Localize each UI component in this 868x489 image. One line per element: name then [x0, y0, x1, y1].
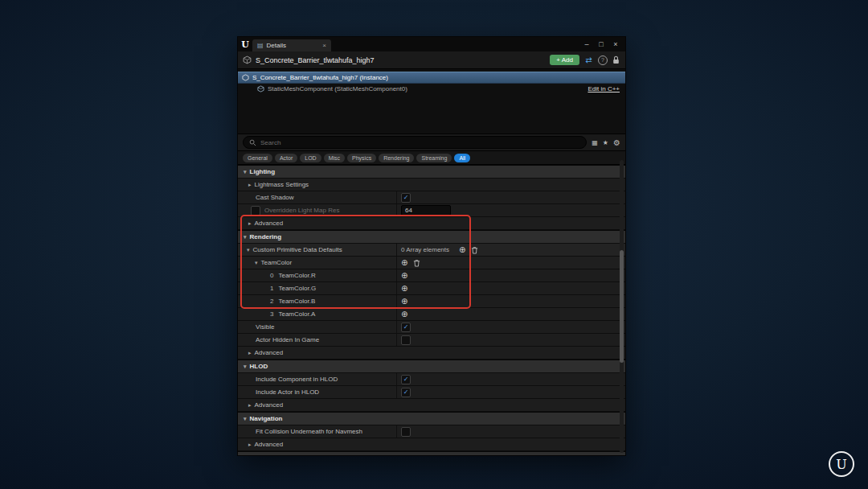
window-controls: – □ ×	[579, 37, 623, 51]
override-checkbox[interactable]	[251, 206, 260, 216]
filter-misc[interactable]: Misc	[324, 154, 345, 162]
delete-icon[interactable]	[471, 246, 478, 254]
actor-cube-icon	[242, 74, 249, 81]
property-name: ▾ TeamColor	[238, 257, 397, 269]
chevron-right-icon: ▸	[238, 350, 252, 356]
sync-browser-icon[interactable]: ⇄	[583, 55, 594, 64]
section-lighting[interactable]: ▾ Lighting	[238, 165, 625, 179]
property-name: 0 TeamColor.R	[238, 269, 397, 281]
property-label: Actor Hidden In Game	[238, 336, 319, 343]
visible-checkbox[interactable]: ✓	[401, 323, 411, 332]
property-label: TeamColor.A	[278, 310, 315, 318]
tree-item-staticmesh-component[interactable]: StaticMeshComponent (StaticMeshComponent…	[238, 84, 625, 94]
tab-close-icon[interactable]: ×	[322, 42, 326, 49]
row-teamcolor: ▾ TeamColor ⊕	[238, 257, 625, 269]
row-include-actor-in-hlod: Include Actor in HLOD ✓	[238, 386, 625, 399]
row-lightmass-settings[interactable]: ▸ Lightmass Settings	[238, 179, 625, 191]
filter-streaming[interactable]: Streaming	[416, 154, 452, 162]
add-pin-icon[interactable]: ⊕	[401, 298, 407, 306]
fit-collision-checkbox[interactable]	[401, 427, 411, 437]
property-value: ⊕	[397, 285, 625, 293]
check-icon: ✓	[403, 195, 409, 201]
row-teamcolor-b: 2 TeamColor.B ⊕	[238, 295, 625, 308]
property-value: ⊕	[397, 310, 625, 318]
edit-in-cpp-link[interactable]: Edit in C++	[588, 85, 621, 92]
row-include-component-in-hlod: Include Component in HLOD ✓	[238, 373, 625, 386]
lock-icon[interactable]	[612, 55, 620, 64]
filter-general[interactable]: General	[243, 154, 272, 162]
actor-hidden-checkbox[interactable]	[401, 335, 411, 345]
favorites-star-icon[interactable]: ★	[603, 139, 608, 146]
property-label: TeamColor.G	[278, 285, 316, 292]
search-input[interactable]: Search	[243, 136, 587, 149]
property-list: ▾ Lighting ▸ Lightmass Settings Cast Sha…	[238, 165, 625, 455]
details-tab[interactable]: ▤ Details ×	[252, 39, 331, 51]
scrollbar-thumb[interactable]	[620, 250, 624, 363]
minimize-button[interactable]: –	[579, 37, 594, 51]
section-navigation[interactable]: ▾ Navigation	[238, 412, 625, 425]
filter-actor[interactable]: Actor	[275, 154, 297, 162]
chevron-down-icon[interactable]: ▾	[238, 247, 250, 253]
add-element-icon[interactable]: ⊕	[401, 259, 407, 267]
settings-gear-icon[interactable]: ⚙	[613, 138, 620, 147]
add-pin-icon[interactable]: ⊕	[401, 310, 407, 318]
add-element-icon[interactable]: ⊕	[459, 246, 465, 254]
row-advanced-hlod[interactable]: ▸ Advanced	[238, 399, 625, 412]
row-advanced-lighting[interactable]: ▸ Advanced	[238, 217, 625, 230]
property-value: ⊕	[397, 259, 625, 267]
cast-shadow-checkbox[interactable]: ✓	[401, 193, 411, 203]
property-name: Include Actor in HLOD	[238, 386, 397, 398]
filter-lod[interactable]: LOD	[300, 154, 321, 162]
section-label: Navigation	[250, 415, 283, 422]
filter-all[interactable]: All	[454, 154, 470, 162]
delete-icon[interactable]	[413, 259, 420, 267]
filter-rendering[interactable]: Rendering	[379, 154, 414, 162]
row-advanced-navigation[interactable]: ▸ Advanced	[238, 438, 625, 451]
close-button[interactable]: ×	[608, 37, 623, 51]
property-label: Cast Shadow	[238, 194, 294, 201]
section-rendering[interactable]: ▾ Rendering	[238, 230, 625, 244]
array-index: 3	[238, 310, 273, 318]
include-actor-checkbox[interactable]: ✓	[401, 388, 411, 397]
row-teamcolor-r: 0 TeamColor.R ⊕	[238, 269, 625, 282]
row-overridden-light-map-res: Overridden Light Map Res 64	[238, 204, 625, 217]
section-label: HLOD	[250, 363, 268, 370]
maximize-button[interactable]: □	[594, 37, 608, 51]
property-label: Include Actor in HLOD	[238, 388, 319, 396]
chevron-right-icon: ▸	[238, 402, 252, 409]
section-hlod[interactable]: ▾ HLOD	[238, 360, 625, 373]
property-value: ✓	[397, 375, 625, 384]
chevron-right-icon: ▸	[238, 182, 252, 188]
filter-physics[interactable]: Physics	[347, 154, 376, 162]
property-name: Visible	[238, 321, 397, 333]
section-virtual-texture[interactable]: ▾ Virtual Texture	[238, 451, 625, 455]
details-window: U ▤ Details × – □ × S_Concrete_Barrier_t…	[237, 36, 626, 456]
property-value: ✓	[397, 388, 625, 397]
chevron-down-icon: ▾	[238, 234, 247, 240]
display-options-icon[interactable]: ▦	[592, 139, 598, 146]
array-index: 1	[238, 285, 273, 292]
chevron-down-icon: ▾	[238, 169, 247, 175]
component-tree: S_Concrete_Barrier_tlwtahufa_high7 (Inst…	[238, 69, 625, 134]
row-actor-hidden-in-game: Actor Hidden In Game	[238, 334, 625, 347]
help-icon[interactable]: ?	[598, 55, 608, 65]
include-component-checkbox[interactable]: ✓	[401, 375, 411, 384]
tab-list-icon: ▤	[257, 42, 264, 49]
property-label: Include Component in HLOD	[238, 376, 338, 383]
row-advanced-rendering[interactable]: ▸ Advanced	[238, 347, 625, 360]
tree-item-label: S_Concrete_Barrier_tlwtahufa_high7 (Inst…	[252, 74, 388, 81]
chevron-down-icon[interactable]: ▾	[238, 260, 258, 266]
array-count-label: 0 Array elements	[401, 246, 449, 253]
tab-label: Details	[267, 42, 286, 49]
title-bar[interactable]: U ▤ Details × – □ ×	[238, 37, 625, 51]
property-label: Custom Primitive Data Defaults	[253, 246, 342, 253]
add-pin-icon[interactable]: ⊕	[401, 272, 407, 280]
array-index: 2	[238, 298, 273, 305]
tree-item-instance[interactable]: S_Concrete_Barrier_tlwtahufa_high7 (Inst…	[238, 72, 625, 84]
row-visible: Visible ✓	[238, 321, 625, 334]
light-map-res-input[interactable]: 64	[401, 205, 451, 216]
property-name: 3 TeamColor.A	[238, 308, 397, 320]
add-pin-icon[interactable]: ⊕	[401, 285, 407, 293]
add-component-button[interactable]: + Add	[550, 55, 579, 66]
row-custom-primitive-data-defaults: ▾ Custom Primitive Data Defaults 0 Array…	[238, 244, 625, 257]
